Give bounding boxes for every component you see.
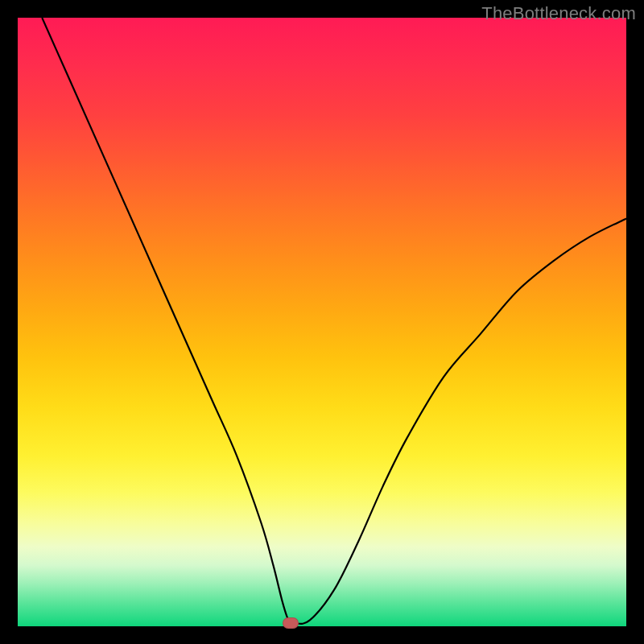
bottleneck-curve bbox=[18, 18, 626, 626]
optimal-point-marker bbox=[283, 617, 299, 629]
watermark-text: TheBottleneck.com bbox=[481, 3, 636, 24]
